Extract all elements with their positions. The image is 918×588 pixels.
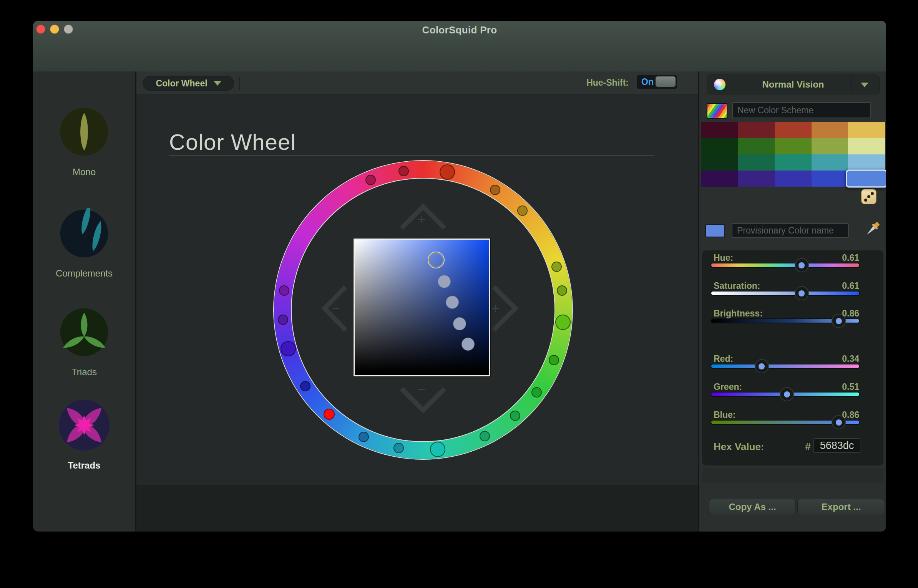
hue-nudge-up-button[interactable]: +: [398, 203, 448, 233]
palette-swatch-r0c1[interactable]: [738, 122, 775, 138]
hue-dot-126[interactable]: [531, 387, 542, 398]
dice-pip: [867, 195, 870, 198]
random-dice-icon[interactable]: [861, 189, 876, 204]
hue-dot-278[interactable]: [279, 285, 289, 296]
saturation-slider-knob[interactable]: [795, 286, 809, 300]
palette-swatch-r3c4[interactable]: [846, 169, 886, 187]
hue-dot-352[interactable]: [398, 166, 409, 176]
palette-swatch-r3c1[interactable]: [738, 171, 775, 187]
hue-shift-label: Hue-Shift:: [533, 78, 629, 88]
sv-variation-dot-4[interactable]: [461, 338, 475, 351]
palette-swatch-r1c0[interactable]: [701, 138, 738, 154]
toggle-knob[interactable]: [656, 76, 676, 87]
palette-swatch-r0c2[interactable]: [775, 122, 812, 138]
palette-swatch-r3c3[interactable]: [812, 171, 848, 187]
hue-slider-track[interactable]: [711, 263, 859, 267]
palette-swatch-r3c2[interactable]: [775, 171, 812, 187]
green-slider-label: Green:: [714, 382, 742, 392]
sv-variation-dot-2[interactable]: [446, 296, 459, 309]
blue-slider-row: Blue:0.86: [711, 410, 859, 433]
blue-slider-knob[interactable]: [832, 415, 846, 429]
main-footer: [136, 485, 698, 532]
sv-variation-dot-3[interactable]: [453, 317, 466, 330]
view-selector-label: Color Wheel: [156, 78, 207, 89]
sidebar-item-triads-icon[interactable]: [59, 307, 110, 359]
saturation-slider-label: Saturation:: [714, 281, 760, 291]
palette-swatch-r1c2[interactable]: [775, 138, 812, 154]
sidebar-item-mono-label[interactable]: Mono: [33, 167, 135, 177]
color-name-input[interactable]: [732, 223, 849, 238]
sliders-panel: Hex Value: # Hue:0.61Saturation:0.61Brig…: [702, 250, 883, 465]
copy-as-button[interactable]: Copy As ...: [709, 499, 796, 515]
saturation-brightness-square[interactable]: [354, 239, 490, 376]
export-button[interactable]: Export ...: [797, 499, 885, 515]
dice-pip: [864, 199, 867, 202]
hue-dot-190[interactable]: [393, 443, 404, 453]
palette-swatch-r2c0[interactable]: [701, 154, 738, 171]
hue-slider-value: 0.61: [842, 253, 859, 263]
hue-nudge-right-button[interactable]: +: [489, 283, 519, 334]
view-selector-dropdown[interactable]: Color Wheel: [143, 76, 234, 91]
green-slider-knob[interactable]: [780, 387, 794, 401]
palette-grid: [701, 122, 885, 187]
hue-dot-82[interactable]: [557, 285, 567, 296]
palette-swatch-r0c3[interactable]: [812, 122, 848, 138]
hue-dot-154[interactable]: [480, 431, 490, 441]
palette-swatch-r1c1[interactable]: [738, 138, 775, 154]
palette-swatch-r1c4[interactable]: [848, 138, 885, 154]
palette-swatch-r3c0[interactable]: [701, 171, 738, 187]
scheme-name-input[interactable]: [732, 102, 871, 118]
hue-dot-254[interactable]: [281, 341, 296, 356]
palette-swatch-r2c2[interactable]: [775, 154, 812, 171]
sidebar-item-triads-label[interactable]: Triads: [33, 367, 135, 378]
sidebar-item-tetrads-label[interactable]: Tetrads: [33, 460, 135, 471]
toggle-state-text: On: [641, 77, 654, 87]
hex-value-input[interactable]: [813, 438, 860, 453]
divider: [851, 76, 852, 93]
red-slider-knob[interactable]: [755, 359, 769, 373]
down-sign: −: [418, 383, 426, 396]
vision-mode-dropdown[interactable]: Normal Vision: [707, 75, 880, 94]
sidebar-item-complements-label[interactable]: Complements: [33, 268, 135, 279]
hue-nudge-left-button[interactable]: −: [320, 283, 350, 334]
toolbar-divider: [239, 77, 240, 90]
hue-dot-139[interactable]: [510, 411, 520, 421]
saturation-slider-value: 0.61: [842, 281, 859, 291]
right-panel: Normal Vision: [698, 71, 886, 532]
selected-hue-marker[interactable]: [324, 409, 335, 420]
selected-sv-marker[interactable]: [428, 252, 444, 268]
palette-swatch-r2c3[interactable]: [812, 154, 848, 171]
saturation-slider-track[interactable]: [711, 292, 859, 295]
eyedropper-icon[interactable]: [862, 220, 882, 240]
hue-shift-toggle[interactable]: On: [637, 75, 677, 89]
hue-nudge-down-button[interactable]: −: [398, 384, 448, 414]
hue-dot-338[interactable]: [365, 175, 376, 185]
hue-dot-10[interactable]: [440, 164, 455, 180]
red-slider-row: Red:0.34: [711, 354, 859, 377]
current-color-swatch: [705, 224, 725, 237]
page-title: Color Wheel: [169, 129, 296, 155]
hue-dot-45[interactable]: [517, 205, 528, 216]
hue-dot-95[interactable]: [555, 315, 571, 330]
hue-dot-31[interactable]: [490, 185, 500, 195]
green-slider-value: 0.51: [842, 382, 859, 392]
brightness-slider-knob[interactable]: [832, 314, 846, 328]
red-slider-track[interactable]: [711, 364, 859, 368]
chevron-down-icon: [861, 83, 868, 87]
sidebar-item-mono-icon[interactable]: [59, 106, 110, 159]
palette-swatch-r0c0[interactable]: [701, 122, 738, 138]
hue-dot-174[interactable]: [430, 442, 445, 457]
up-sign: +: [418, 213, 426, 227]
sidebar-item-complements-icon[interactable]: [59, 208, 110, 260]
palette-swatch-r2c1[interactable]: [738, 154, 775, 171]
hue-dot-72[interactable]: [551, 262, 562, 272]
sv-variation-dot-1[interactable]: [438, 275, 451, 288]
dice-pip: [871, 192, 874, 195]
saturation-slider-row: Saturation:0.61: [711, 281, 859, 304]
hue-slider-knob[interactable]: [795, 258, 809, 272]
palette-swatch-r0c4[interactable]: [848, 122, 885, 138]
palette-swatch-r2c4[interactable]: [848, 154, 885, 171]
sidebar-item-tetrads-icon[interactable]: [57, 398, 111, 454]
window-title: ColorSquid Pro: [33, 24, 886, 36]
palette-swatch-r1c3[interactable]: [812, 138, 848, 154]
